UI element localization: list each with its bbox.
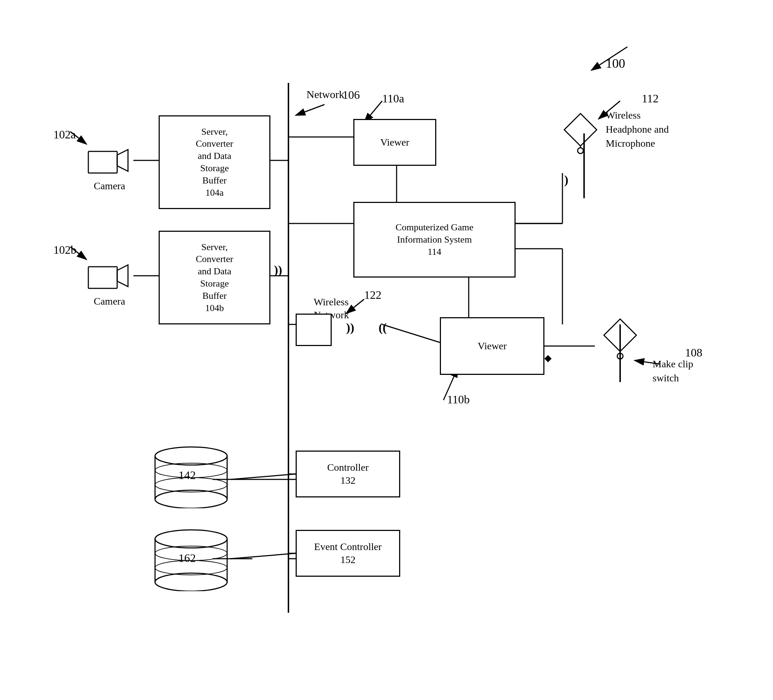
event-controller-box: Event Controller 152	[296, 530, 400, 577]
ref-110a: 110a	[382, 92, 404, 105]
wireless-symbol-headphone: )	[564, 173, 568, 187]
cgis-box: Computerized Game Information System 114	[353, 202, 516, 278]
svg-marker-47	[604, 319, 636, 352]
camera-b-icon	[87, 260, 130, 292]
ref-110b: 110b	[447, 393, 470, 406]
svg-rect-40	[88, 151, 117, 173]
controller-box: Controller 132	[296, 450, 400, 498]
ref-102a: 102a	[53, 128, 76, 141]
svg-rect-42	[88, 267, 117, 288]
small-diamond	[544, 355, 552, 364]
ref-108: 108	[685, 346, 702, 359]
server-b-label: Server, Converter and Data Storage Buffe…	[196, 241, 233, 314]
svg-point-48	[617, 353, 623, 359]
svg-line-8	[296, 105, 324, 115]
diagram-container: 100 Camera 102a Camera 102b Server, Conv…	[0, 0, 773, 700]
network-label: Network	[306, 88, 344, 100]
ref-142: 142	[178, 468, 196, 482]
ref-162: 162	[178, 552, 196, 565]
viewer-a-label: Viewer	[380, 136, 410, 149]
controller-label: Controller 132	[327, 461, 368, 487]
server-a-box: Server, Converter and Data Storage Buffe…	[159, 115, 270, 209]
viewer-b-box: Viewer	[440, 317, 544, 375]
viewer-b-label: Viewer	[478, 340, 507, 353]
event-controller-label: Event Controller 152	[314, 540, 382, 567]
svg-point-57	[155, 530, 227, 548]
svg-marker-43	[117, 265, 128, 287]
make-clip-label: Make clip switch	[653, 357, 693, 385]
svg-line-63	[231, 474, 296, 480]
camera-a-icon	[87, 144, 130, 177]
camera-a-label: Camera	[94, 180, 125, 192]
svg-point-51	[155, 447, 227, 465]
wireless-symbol-right: ((	[378, 321, 387, 335]
svg-point-54	[155, 490, 227, 508]
wireless-symbol-server-b: ))	[274, 263, 282, 277]
ref-100: 100	[606, 56, 625, 71]
headphone-icon	[562, 112, 599, 155]
svg-line-18	[382, 324, 440, 342]
wireless-node-box	[296, 314, 332, 346]
ref-122: 122	[364, 288, 382, 302]
svg-marker-44	[564, 113, 597, 146]
cgis-label: Computerized Game Information System 114	[396, 221, 474, 258]
ref-112: 112	[642, 92, 659, 105]
camera-b-label: Camera	[94, 296, 125, 307]
svg-marker-41	[117, 150, 128, 171]
svg-point-45	[577, 148, 583, 154]
wireless-symbol-left: ))	[346, 321, 354, 335]
svg-point-60	[155, 573, 227, 591]
server-a-label: Server, Converter and Data Storage Buffe…	[196, 126, 233, 199]
wireless-headphone-label: Wireless Headphone and Microphone	[606, 108, 669, 151]
svg-line-64	[231, 553, 296, 559]
make-clip-icon	[602, 317, 638, 360]
viewer-a-box: Viewer	[353, 119, 436, 166]
ref-106: 106	[342, 88, 360, 102]
server-b-box: Server, Converter and Data Storage Buffe…	[159, 231, 270, 324]
svg-marker-50	[544, 355, 552, 362]
ref-102b: 102b	[53, 243, 76, 256]
